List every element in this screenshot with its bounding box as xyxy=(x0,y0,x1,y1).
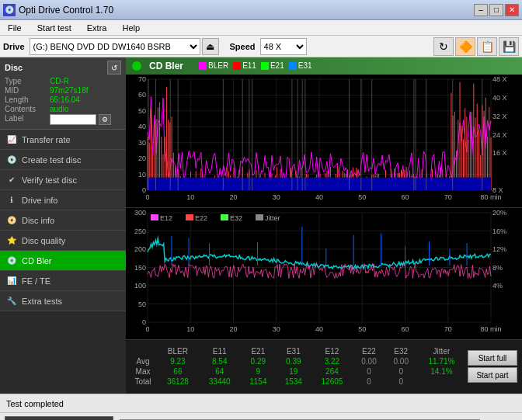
verify-test-disc-icon: ✔ xyxy=(6,175,17,184)
cd-bler-icon: 💿 xyxy=(6,256,17,265)
sidebar-nav: 📈 Transfer rate 💿 Create test disc ✔ Ver… xyxy=(0,130,126,394)
drive-label: Drive xyxy=(3,42,25,51)
stats-header-jitter: Jitter xyxy=(417,346,466,356)
start-part-button[interactable]: Start part xyxy=(468,367,517,383)
disc-type-row: Type CD-R xyxy=(5,77,121,85)
stats-avg-e12: 3.22 xyxy=(311,356,353,366)
sidebar-item-disc-info[interactable]: 📀 Disc info xyxy=(0,210,126,231)
drive-select[interactable]: (G:) BENQ DVD DD DW1640 BSRB xyxy=(30,38,200,55)
start-full-button[interactable]: Start full xyxy=(468,350,517,366)
stats-avg-e11: 8.54 xyxy=(199,356,241,366)
menu-help[interactable]: Help xyxy=(117,22,144,34)
chart-header-icon xyxy=(132,61,141,71)
stats-avg-e21: 0.29 xyxy=(241,356,276,366)
sidebar-item-verify-test-disc-label: Verify test disc xyxy=(22,175,77,185)
start-buttons: Start full Start part xyxy=(466,349,519,384)
stats-max-jitter: 14.1% xyxy=(417,366,466,377)
sidebar-item-disc-quality-label: Disc quality xyxy=(22,236,65,245)
disc-info-icon: 📀 xyxy=(6,216,17,224)
sidebar-item-fe-te-label: FE / TE xyxy=(22,276,50,286)
stats-header-e21: E21 xyxy=(241,346,276,356)
legend-e11-label: E11 xyxy=(242,61,256,70)
disc-mid-row: MID 97m27s18f xyxy=(5,86,121,95)
status-window-button[interactable]: Status window >> xyxy=(5,416,113,421)
stats-bar: BLER E11 E21 E31 E12 E22 E32 Jitter Avg … xyxy=(126,340,522,394)
legend-bler: BLER xyxy=(199,61,228,70)
stats-max-e31: 19 xyxy=(276,366,311,377)
sidebar-item-create-test-disc[interactable]: 💿 Create test disc xyxy=(0,150,126,170)
sidebar-item-transfer-rate[interactable]: 📈 Transfer rate xyxy=(0,130,126,150)
sidebar-item-drive-info[interactable]: ℹ Drive info xyxy=(0,190,126,210)
sidebar-item-disc-quality[interactable]: ⭐ Disc quality xyxy=(0,231,126,251)
disc-quality-icon: ⭐ xyxy=(6,236,17,245)
disc-contents-row: Contents audio xyxy=(5,105,121,113)
stats-max-e22: 0 xyxy=(353,366,385,377)
drive-select-wrap: (G:) BENQ DVD DD DW1640 BSRB ⏏ xyxy=(30,38,219,55)
sidebar-item-extra-tests-label: Extra tests xyxy=(22,297,62,306)
stats-header-e32: E32 xyxy=(385,346,417,356)
stats-avg-label: Avg xyxy=(129,356,157,366)
disc-label-settings-button[interactable]: ⚙ xyxy=(99,114,111,125)
stats-total-bler: 36128 xyxy=(157,377,199,387)
refresh-button[interactable]: ↻ xyxy=(433,37,454,56)
bottom-chart-wrap xyxy=(126,208,522,340)
stats-table: BLER E11 E21 E31 E12 E22 E32 Jitter Avg … xyxy=(129,346,466,387)
bottom-bar: Status window >> 100.0% 02:23 xyxy=(0,412,522,420)
sidebar-item-fe-te[interactable]: 📊 FE / TE xyxy=(0,271,126,291)
speed-label: Speed xyxy=(230,42,256,51)
top-chart xyxy=(126,75,522,207)
disc-length-row: Length 65:16.04 xyxy=(5,95,121,104)
sidebar: Disc ↺ Type CD-R MID 97m27s18f Length 65… xyxy=(0,57,126,394)
sidebar-item-verify-test-disc[interactable]: ✔ Verify test disc xyxy=(0,170,126,190)
stats-max-e32: 0 xyxy=(385,366,417,377)
stats-header-e22: E22 xyxy=(353,346,385,356)
stats-max-e21: 9 xyxy=(241,366,276,377)
content-area: CD Bler BLER E11 E21 E31 xyxy=(126,57,522,394)
stats-avg-jitter: 11.71% xyxy=(417,356,466,366)
disc-panel: Disc ↺ Type CD-R MID 97m27s18f Length 65… xyxy=(0,57,126,130)
chart-header: CD Bler BLER E11 E21 E31 xyxy=(126,57,522,75)
copy-button[interactable]: 📋 xyxy=(477,37,497,56)
stats-avg-bler: 9.23 xyxy=(157,356,199,366)
stats-max-label: Max xyxy=(129,366,157,377)
bottom-chart xyxy=(126,208,522,339)
disc-contents-value: audio xyxy=(50,105,68,113)
stats-max-bler: 66 xyxy=(157,366,199,377)
minimize-button[interactable]: – xyxy=(474,4,488,16)
disc-refresh-button[interactable]: ↺ xyxy=(107,61,121,75)
stats-avg-e31: 0.39 xyxy=(276,356,311,366)
disc-mid-value: 97m27s18f xyxy=(50,86,88,95)
sidebar-item-cd-bler[interactable]: 💿 CD Bler xyxy=(0,251,126,271)
speed-select[interactable]: 48 X Max 8 X 16 X 24 X 32 X 40 X xyxy=(260,38,307,55)
legend-e31: E31 xyxy=(289,61,312,70)
stats-header-e11: E11 xyxy=(199,346,241,356)
stats-total-e32: 0 xyxy=(385,377,417,387)
maximize-button[interactable]: □ xyxy=(489,4,503,16)
stats-total-e12: 12605 xyxy=(311,377,353,387)
disc-type-value: CD-R xyxy=(50,77,69,85)
disc-length-value: 65:16.04 xyxy=(50,95,80,104)
legend-e21-label: E21 xyxy=(270,61,284,70)
sidebar-item-extra-tests[interactable]: 🔧 Extra tests xyxy=(0,291,126,311)
stats-avg-row: Avg 9.23 8.54 0.29 0.39 3.22 0.00 0.00 1… xyxy=(129,356,466,366)
erase-button[interactable]: 🔶 xyxy=(455,37,475,56)
stats-max-row: Max 66 64 9 19 264 0 0 14.1% xyxy=(129,366,466,377)
menu-extra[interactable]: Extra xyxy=(82,22,112,34)
stats-total-row: Total 36128 33440 1154 1534 12605 0 0 xyxy=(129,377,466,387)
disc-label-input[interactable] xyxy=(50,114,96,125)
stats-max-e11: 64 xyxy=(199,366,241,377)
disc-label-row: Label ⚙ xyxy=(5,114,121,125)
extra-tests-icon: 🔧 xyxy=(6,297,17,305)
save-button[interactable]: 💾 xyxy=(499,37,519,56)
status-text: Test completed xyxy=(6,399,64,408)
menu-file[interactable]: File xyxy=(3,22,26,34)
legend-bler-label: BLER xyxy=(208,61,228,70)
stats-total-e31: 1534 xyxy=(276,377,311,387)
chart-title: CD Bler xyxy=(149,61,183,71)
menu-start-test[interactable]: Start test xyxy=(33,22,76,34)
close-button[interactable]: ✕ xyxy=(505,4,519,16)
app-icon: 💿 xyxy=(3,4,16,16)
legend-e21-color xyxy=(261,62,269,70)
stats-total-e11: 33440 xyxy=(199,377,241,387)
eject-button[interactable]: ⏏ xyxy=(202,38,219,55)
